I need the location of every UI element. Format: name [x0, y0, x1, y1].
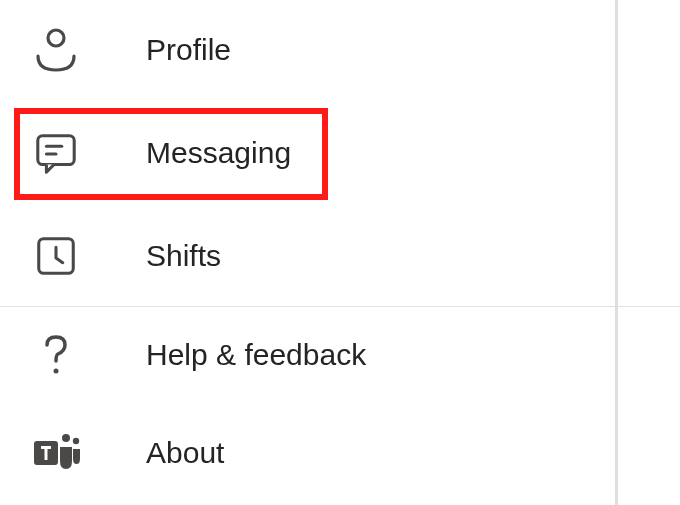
shifts-icon	[30, 230, 82, 282]
teams-icon	[30, 427, 82, 479]
menu-label-help: Help & feedback	[146, 338, 366, 372]
svg-point-5	[54, 369, 59, 374]
svg-point-7	[73, 438, 79, 444]
menu-item-profile[interactable]: Profile	[0, 0, 680, 100]
svg-rect-10	[45, 446, 48, 460]
menu-label-messaging: Messaging	[146, 136, 291, 170]
svg-rect-1	[38, 136, 74, 165]
svg-point-6	[62, 434, 70, 442]
profile-icon	[30, 24, 82, 76]
menu-label-shifts: Shifts	[146, 239, 221, 273]
menu-item-help[interactable]: Help & feedback	[0, 307, 680, 403]
menu-label-profile: Profile	[146, 33, 231, 67]
menu-label-about: About	[146, 436, 224, 470]
right-divider	[615, 0, 618, 505]
messaging-icon	[30, 127, 82, 179]
menu-item-messaging[interactable]: Messaging	[0, 100, 680, 206]
svg-point-0	[48, 30, 64, 46]
settings-menu: Profile Messaging Shifts	[0, 0, 680, 505]
menu-item-about[interactable]: About	[0, 403, 680, 503]
menu-item-shifts[interactable]: Shifts	[0, 206, 680, 306]
help-icon	[30, 329, 82, 381]
